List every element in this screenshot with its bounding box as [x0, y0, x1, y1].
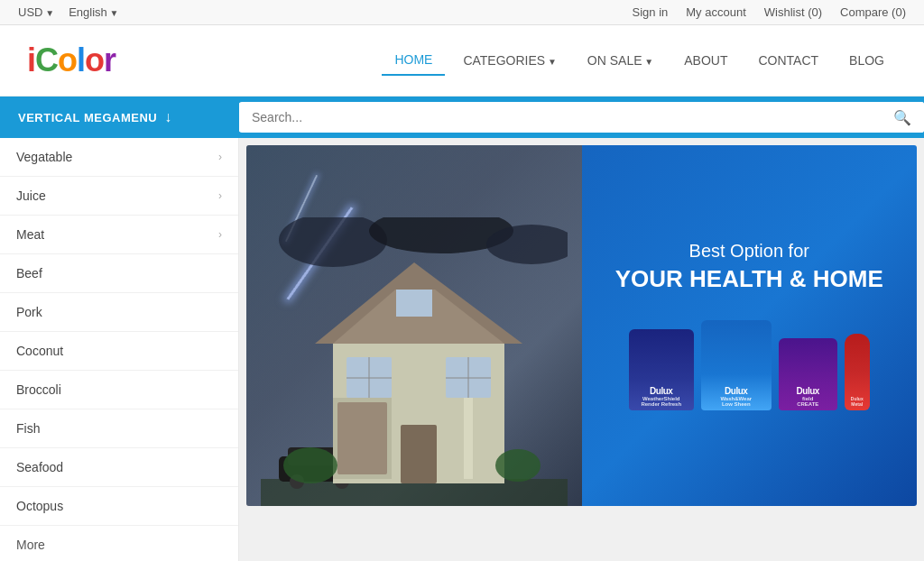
- header: iColor HOME CATEGORIES ON SALE ABOUT CON…: [0, 25, 924, 97]
- can-sub-1: WeatherShieldRender Refresh: [641, 396, 681, 407]
- megamenu-arrow-icon: ↓: [164, 109, 172, 125]
- nav-contact[interactable]: CONTACT: [745, 46, 831, 75]
- nav-on-sale[interactable]: ON SALE: [575, 46, 666, 75]
- megamenu-button[interactable]: VERTICAL MEGAMENU ↓: [0, 97, 239, 138]
- sidebar-item-label: Beef: [16, 266, 42, 280]
- sidebar-item-label: Meat: [16, 227, 44, 242]
- sidebar-item-label: Juice: [16, 189, 46, 203]
- sidebar-item-label: Fish: [16, 421, 40, 436]
- my-account-link[interactable]: My account: [686, 5, 745, 19]
- sidebar-item-label: Coconut: [16, 344, 63, 358]
- svg-rect-20: [396, 290, 432, 317]
- can-metalshield: DuluxMetal: [845, 334, 870, 410]
- dulux-products: Dulux WeatherShieldRender Refresh Dulux …: [629, 320, 870, 410]
- can-washwear: Dulux Wash&WearLow Sheen: [701, 320, 772, 410]
- compare-link[interactable]: Compare (0): [840, 5, 906, 19]
- chevron-right-icon: ›: [218, 228, 222, 241]
- can-sub-2: Wash&WearLow Sheen: [720, 396, 752, 407]
- sidebar-item-vegatable[interactable]: Vegatable ›: [0, 138, 238, 177]
- main-nav: HOME CATEGORIES ON SALE ABOUT CONTACT BL…: [382, 45, 897, 76]
- can-weathershield: Dulux WeatherShieldRender Refresh: [629, 329, 694, 410]
- sidebar-item-label: Vegatable: [16, 150, 72, 164]
- language-selector[interactable]: English: [69, 5, 118, 19]
- nav-blog[interactable]: BLOG: [836, 46, 897, 75]
- sidebar-item-fish[interactable]: Fish: [0, 409, 238, 448]
- dulux-can-metalshield: DuluxMetal: [845, 334, 870, 410]
- house-illustration: [261, 217, 568, 506]
- logo[interactable]: iColor: [27, 41, 116, 79]
- top-bar-right: Sign in My account Wishlist (0) Compare …: [633, 5, 906, 19]
- can-field: Dulux fieldCREATE: [779, 338, 837, 410]
- sidebar-item-label: Broccoli: [16, 382, 61, 397]
- sidebar-item-label: Seafood: [16, 460, 63, 474]
- search-bar: 🔍: [239, 102, 924, 133]
- sidebar-item-broccoli[interactable]: Broccoli: [0, 371, 238, 409]
- sidebar-item-more[interactable]: More: [0, 526, 238, 561]
- banner-right-ad: Best Option for YOUR HEALTH & HOME Dulux…: [582, 145, 918, 506]
- dulux-can-field: Dulux fieldCREATE: [779, 338, 837, 410]
- content-area: Vegatable › Juice › Meat › Beef Pork Coc…: [0, 138, 924, 561]
- nav-categories[interactable]: CATEGORIES: [450, 46, 568, 75]
- sidebar-item-coconut[interactable]: Coconut: [0, 332, 238, 371]
- nav-home[interactable]: HOME: [382, 45, 445, 76]
- top-bar: USD English Sign in My account Wishlist …: [0, 0, 924, 25]
- sidebar-item-label: Pork: [16, 305, 42, 319]
- blue-bar: VERTICAL MEGAMENU ↓ 🔍: [0, 97, 924, 138]
- sidebar-item-seafood[interactable]: Seafood: [0, 448, 238, 487]
- dulux-logo-2: Dulux: [725, 386, 747, 396]
- dulux-can-weather: Dulux WeatherShieldRender Refresh: [629, 329, 694, 410]
- dulux-logo-1: Dulux: [650, 386, 672, 396]
- currency-selector[interactable]: USD: [18, 5, 54, 19]
- chevron-right-icon: ›: [218, 151, 222, 163]
- banner-left-scene: [246, 145, 582, 506]
- sidebar-item-pork[interactable]: Pork: [0, 293, 238, 332]
- svg-rect-16: [464, 398, 473, 479]
- svg-point-22: [495, 449, 541, 482]
- banner-tagline: Best Option for: [689, 241, 809, 262]
- sidebar-item-octopus[interactable]: Octopus: [0, 487, 238, 526]
- main-content: Best Option for YOUR HEALTH & HOME Dulux…: [239, 138, 924, 561]
- nav-about[interactable]: ABOUT: [671, 46, 740, 75]
- sidebar-item-label: More: [16, 538, 45, 552]
- search-icon: 🔍: [893, 110, 911, 125]
- svg-rect-18: [337, 402, 387, 474]
- svg-point-23: [279, 217, 387, 267]
- banner-headline: YOUR HEALTH & HOME: [615, 265, 883, 293]
- svg-rect-8: [401, 425, 437, 483]
- search-button[interactable]: 🔍: [881, 102, 924, 133]
- sidebar: Vegatable › Juice › Meat › Beef Pork Coc…: [0, 138, 239, 561]
- chevron-right-icon: ›: [218, 189, 222, 202]
- can-sub-4: DuluxMetal: [851, 396, 864, 407]
- svg-point-21: [283, 447, 337, 483]
- sidebar-item-beef[interactable]: Beef: [0, 254, 238, 293]
- top-bar-left: USD English: [18, 5, 118, 19]
- dulux-can-washwear: Dulux Wash&WearLow Sheen: [701, 320, 772, 410]
- wishlist-link[interactable]: Wishlist (0): [764, 5, 822, 19]
- can-sub-3: fieldCREATE: [797, 396, 818, 407]
- hero-banner: Best Option for YOUR HEALTH & HOME Dulux…: [246, 145, 917, 506]
- sidebar-item-meat[interactable]: Meat ›: [0, 216, 238, 254]
- sidebar-item-juice[interactable]: Juice ›: [0, 177, 238, 216]
- dulux-logo-3: Dulux: [797, 386, 819, 396]
- search-input[interactable]: [239, 103, 881, 132]
- sign-in-link[interactable]: Sign in: [633, 5, 669, 19]
- sidebar-item-label: Octopus: [16, 499, 63, 513]
- megamenu-label: VERTICAL MEGAMENU: [18, 111, 157, 124]
